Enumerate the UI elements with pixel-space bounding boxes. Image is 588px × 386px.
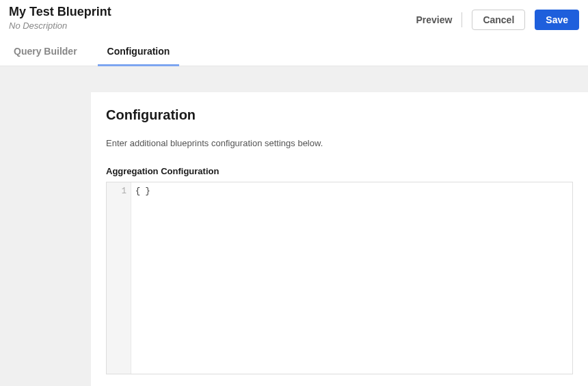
save-button[interactable]: Save	[535, 10, 579, 30]
code-editor: 1 { }	[106, 182, 573, 374]
code-input[interactable]: { }	[131, 182, 572, 374]
panel-description: Enter additional blueprints configuratio…	[106, 138, 573, 148]
preview-link[interactable]: Preview	[416, 14, 452, 25]
tab-configuration[interactable]: Configuration	[98, 36, 180, 66]
main-area: Configuration Enter additional blueprint…	[0, 66, 588, 386]
header-actions: Preview Cancel Save	[416, 4, 579, 30]
line-number: 1	[107, 185, 126, 197]
header-left: My Test Blueprint No Description	[9, 4, 111, 31]
config-panel: Configuration Enter additional blueprint…	[91, 92, 588, 386]
cancel-button[interactable]: Cancel	[472, 10, 525, 30]
divider	[462, 12, 462, 27]
aggregation-label: Aggregation Configuration	[106, 166, 573, 176]
page-subtitle: No Description	[9, 20, 111, 31]
tab-query-builder[interactable]: Query Builder	[14, 36, 87, 66]
panel-title: Configuration	[106, 107, 573, 123]
page-header: My Test Blueprint No Description Preview…	[0, 0, 588, 36]
tab-bar: Query Builder Configuration	[0, 36, 588, 66]
line-gutter: 1	[107, 182, 131, 374]
page-title: My Test Blueprint	[9, 4, 111, 20]
